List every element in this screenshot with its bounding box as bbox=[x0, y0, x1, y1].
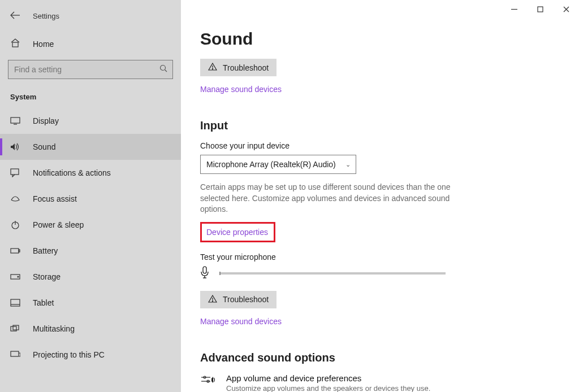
focus-assist-icon bbox=[10, 194, 20, 204]
troubleshoot-label: Troubleshoot bbox=[223, 295, 269, 304]
svg-rect-8 bbox=[11, 117, 20, 123]
svg-line-7 bbox=[165, 70, 167, 72]
warning-icon bbox=[208, 63, 217, 72]
manage-sound-devices-output-link[interactable]: Manage sound devices bbox=[200, 85, 282, 94]
battery-icon bbox=[10, 246, 20, 256]
sidebar-item-label: Power & sleep bbox=[33, 220, 84, 229]
sidebar-item-focus-assist[interactable]: Focus assist bbox=[0, 186, 181, 212]
sidebar-item-label: Notifications & actions bbox=[33, 168, 111, 177]
sidebar-item-label: Display bbox=[33, 116, 59, 125]
back-arrow-icon[interactable] bbox=[10, 10, 20, 22]
manage-sound-devices-input-link[interactable]: Manage sound devices bbox=[200, 317, 282, 326]
sidebar-section-label: System bbox=[0, 79, 181, 108]
svg-rect-15 bbox=[19, 250, 20, 252]
sidebar-item-battery[interactable]: Battery bbox=[0, 238, 181, 264]
sidebar-item-label: Sound bbox=[33, 142, 55, 151]
sidebar-item-label: Focus assist bbox=[33, 194, 77, 203]
input-device-value: Microphone Array (Realtek(R) Audio) bbox=[200, 155, 356, 174]
main-content: Sound Troubleshoot Manage sound devices … bbox=[181, 0, 579, 392]
display-icon bbox=[10, 116, 20, 126]
svg-point-25 bbox=[212, 68, 213, 69]
sidebar-item-power-sleep[interactable]: Power & sleep bbox=[0, 212, 181, 238]
sidebar-item-tablet[interactable]: Tablet bbox=[0, 290, 181, 316]
svg-rect-22 bbox=[11, 351, 19, 356]
tablet-icon bbox=[10, 298, 20, 308]
sidebar-nav: Display Sound Notifications & actions Fo… bbox=[0, 108, 181, 368]
advanced-heading: Advanced sound options bbox=[200, 351, 579, 364]
page-title: Sound bbox=[200, 29, 579, 49]
minimize-button[interactable] bbox=[501, 0, 527, 18]
svg-point-6 bbox=[161, 66, 166, 71]
sidebar-item-sound[interactable]: Sound bbox=[0, 134, 181, 160]
maximize-button[interactable] bbox=[527, 0, 553, 18]
troubleshoot-output-button[interactable]: Troubleshoot bbox=[200, 59, 276, 76]
microphone-icon bbox=[200, 266, 211, 281]
sliders-icon bbox=[200, 373, 216, 389]
sidebar-item-label: Projecting to this PC bbox=[33, 350, 105, 359]
input-heading: Input bbox=[200, 119, 579, 132]
device-properties-link[interactable]: Device properties bbox=[206, 228, 268, 237]
svg-rect-14 bbox=[11, 249, 19, 253]
mic-level-bar bbox=[219, 272, 446, 275]
svg-rect-1 bbox=[538, 7, 543, 12]
close-button[interactable] bbox=[553, 0, 579, 18]
app-volume-title: App volume and device preferences bbox=[226, 373, 430, 383]
svg-rect-20 bbox=[11, 326, 16, 331]
troubleshoot-input-button[interactable]: Troubleshoot bbox=[200, 291, 276, 308]
sidebar-item-label: Storage bbox=[33, 272, 61, 281]
sound-icon bbox=[10, 142, 20, 152]
svg-marker-10 bbox=[11, 143, 15, 150]
window-titlebar bbox=[501, 0, 579, 18]
warning-icon bbox=[208, 295, 217, 304]
sidebar-item-projecting[interactable]: Projecting to this PC bbox=[0, 342, 181, 368]
svg-rect-21 bbox=[13, 325, 19, 330]
choose-input-label: Choose your input device bbox=[200, 141, 579, 150]
svg-rect-5 bbox=[12, 42, 18, 47]
notifications-icon bbox=[10, 168, 20, 178]
window-title: Settings bbox=[33, 12, 59, 20]
sidebar-item-notifications[interactable]: Notifications & actions bbox=[0, 160, 181, 186]
svg-rect-26 bbox=[203, 267, 206, 273]
app-volume-desc: Customize app volumes and the speakers o… bbox=[226, 384, 430, 392]
search-input[interactable] bbox=[8, 60, 173, 79]
projecting-icon bbox=[10, 350, 20, 360]
sidebar-item-home[interactable]: Home bbox=[0, 32, 181, 55]
storage-icon bbox=[10, 272, 20, 282]
sidebar-item-label: Tablet bbox=[33, 298, 54, 307]
home-label: Home bbox=[33, 40, 54, 49]
test-mic-label: Test your microphone bbox=[200, 252, 579, 262]
sidebar: Settings Home System Display Sound Notif… bbox=[0, 0, 181, 392]
sidebar-item-label: Multitasking bbox=[33, 324, 75, 333]
power-icon bbox=[10, 220, 20, 230]
app-volume-preferences-item[interactable]: App volume and device preferences Custom… bbox=[200, 373, 579, 392]
svg-point-31 bbox=[212, 300, 213, 301]
chevron-down-icon: ⌄ bbox=[345, 161, 351, 168]
multitasking-icon bbox=[10, 324, 20, 334]
back-row: Settings bbox=[0, 8, 181, 29]
sidebar-item-storage[interactable]: Storage bbox=[0, 264, 181, 290]
input-device-select[interactable]: Microphone Array (Realtek(R) Audio) ⌄ bbox=[200, 155, 356, 174]
search-icon bbox=[159, 64, 167, 75]
svg-rect-11 bbox=[11, 169, 19, 175]
svg-rect-18 bbox=[11, 299, 20, 306]
sidebar-item-label: Battery bbox=[33, 246, 58, 255]
troubleshoot-label: Troubleshoot bbox=[223, 63, 269, 72]
sidebar-item-multitasking[interactable]: Multitasking bbox=[0, 316, 181, 342]
svg-point-17 bbox=[18, 276, 19, 277]
sidebar-item-display[interactable]: Display bbox=[0, 108, 181, 134]
mic-level-row bbox=[200, 266, 579, 281]
input-desc: Certain apps may be set up to use differ… bbox=[200, 182, 455, 215]
device-properties-highlight: Device properties bbox=[200, 222, 275, 242]
home-icon bbox=[10, 38, 20, 50]
search-wrap bbox=[8, 60, 173, 79]
